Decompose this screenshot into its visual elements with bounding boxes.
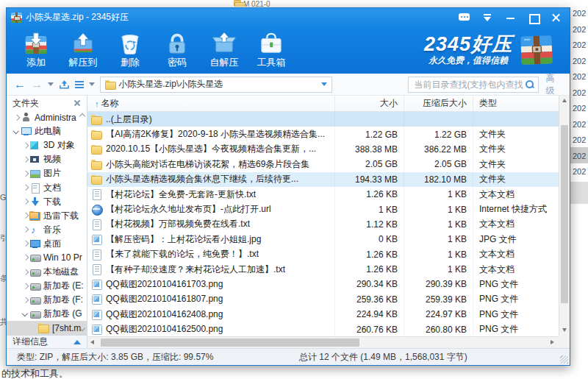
- history-dropdown-icon[interactable]: [48, 82, 54, 86]
- cell-size: 2.05 GB: [335, 157, 404, 171]
- horizontal-scrollbar[interactable]: [87, 336, 559, 348]
- search-input[interactable]: [412, 79, 525, 91]
- list-row[interactable]: QQ截图20210104161807.png259.36 KB259.39 KB…: [87, 292, 559, 307]
- tree-item--[interactable]: 视频: [7, 152, 87, 166]
- chevron-right-icon[interactable]: [21, 170, 29, 177]
- minimize-button[interactable]: [502, 11, 518, 24]
- column-header-name[interactable]: ↑ 名称: [87, 96, 335, 111]
- tree-item--[interactable]: 音乐: [7, 223, 87, 237]
- cell-type: PNG 文件: [473, 277, 559, 291]
- tree-item--[interactable]: 迅雷下载: [7, 209, 87, 223]
- horizontal-scroll-thumb[interactable]: [101, 339, 359, 347]
- vertical-scrollbar[interactable]: [559, 96, 570, 336]
- address-bar[interactable]: 小陈头星选.zip\小陈头星选: [100, 77, 332, 93]
- disk-icon: [29, 281, 40, 291]
- tree-item--7sht-m[interactable]: [7sht.m: [7, 321, 87, 335]
- chevron-down-icon[interactable]: [12, 128, 20, 135]
- png-file-icon: [90, 325, 102, 335]
- chevron-right-icon[interactable]: [21, 226, 29, 233]
- chevron-right-icon[interactable]: [21, 269, 29, 276]
- chevron-right-icon[interactable]: [21, 198, 29, 205]
- folder-file-icon: [90, 130, 102, 140]
- folder-icon: [105, 80, 115, 88]
- search-icon[interactable]: [525, 79, 534, 89]
- list-row[interactable]: 【解压密码】：上村花论坛看小姐姐.jpg0 KB1 KBJPG 文件: [87, 232, 559, 247]
- list-row[interactable]: 2020.10.15【小陈头星选】今夜视频精选合集更新，...388.38 MB…: [87, 142, 559, 157]
- up-folder-icon[interactable]: [59, 79, 70, 90]
- list-row[interactable]: 【来了就能下载的论坛，纯免费！】.txt1.26 KB1 KB文本文档: [87, 247, 559, 262]
- chevron-right-icon[interactable]: [21, 283, 29, 290]
- scroll-down-icon[interactable]: [562, 328, 567, 333]
- tree-item--e-[interactable]: 新加卷 (E:: [7, 279, 87, 293]
- list-row[interactable]: 【村花论坛】全免费-无套路-更新快.txt1.26 KB1 KB文本文档: [87, 187, 559, 202]
- feedback-icon[interactable]: [456, 11, 473, 24]
- resize-grip[interactable]: [560, 355, 568, 364]
- advanced-search-button[interactable]: 高级: [545, 72, 562, 97]
- password-button[interactable]: 密码: [154, 29, 201, 71]
- collapse-toolbar-icon[interactable]: [479, 11, 495, 24]
- close-button[interactable]: [548, 11, 564, 24]
- toolbox-button[interactable]: 工具箱: [248, 29, 295, 71]
- list-row[interactable]: QQ截图20210104162500.png260.76 KB260.80 KB…: [87, 322, 559, 336]
- back-button[interactable]: ←: [14, 79, 26, 91]
- close-sidebar-icon[interactable]: [74, 99, 81, 107]
- chevron-right-icon[interactable]: [21, 142, 29, 149]
- vertical-scroll-thumb[interactable]: [561, 125, 568, 303]
- tree-scroll-up-icon[interactable]: [79, 112, 86, 118]
- chevron-right-icon[interactable]: [21, 254, 29, 261]
- view-mode-icon[interactable]: [75, 81, 84, 88]
- tree-item--f-[interactable]: 新加卷 (F:: [7, 293, 87, 307]
- list-row[interactable]: QQ截图20210104162408.png224.94 KB224.97 KB…: [87, 307, 559, 322]
- tree-item--[interactable]: 下载: [7, 195, 87, 209]
- chevron-right-icon[interactable]: [12, 114, 20, 121]
- chevron-right-icon[interactable]: [21, 212, 29, 219]
- tree-item--[interactable]: 桌面: [7, 237, 87, 251]
- list-row[interactable]: 小陈头高能对话在电梯访谈花絮，精选69条片段合集2.05 GB2.05 GB文件…: [87, 157, 559, 171]
- tree-item-win-10-pr[interactable]: Win 10 Pr: [7, 251, 87, 265]
- chevron-right-icon[interactable]: [21, 156, 29, 163]
- view-dropdown-icon[interactable]: [89, 82, 95, 86]
- cell-name: QQ截图20210104161703.png: [87, 277, 335, 291]
- list-row[interactable]: 小陈头星选精选视频合集休息下继续，后续待更...194.33 MB182.10 …: [87, 172, 559, 187]
- tree-item--[interactable]: 图片: [7, 166, 87, 180]
- maximize-button[interactable]: [525, 11, 541, 24]
- list-row[interactable]: 【有种子却没速度？来村花论坛人工加速】.txt1.26 KB1 KB文本文档: [87, 262, 559, 277]
- details-panel-header[interactable]: 详细信息: [7, 335, 87, 348]
- list-row[interactable]: 【AI高清2K修复】2020-9-18 小陈头星选视频精选合集...1.22 G…: [87, 127, 559, 141]
- chevron-right-icon[interactable]: [21, 297, 29, 304]
- scroll-up-icon[interactable]: [562, 99, 567, 104]
- forward-button[interactable]: →: [31, 79, 43, 91]
- tree-item-3d-[interactable]: 3D 对象: [7, 138, 87, 152]
- add-button[interactable]: 添加: [12, 29, 60, 71]
- column-header-packed-size[interactable]: 压缩后大小: [404, 96, 473, 111]
- background-date-fragment: 202: [573, 152, 586, 160]
- self-extract-button[interactable]: 自解压: [201, 29, 248, 71]
- extract-to-button[interactable]: 解压到: [60, 29, 107, 71]
- chevron-right-icon[interactable]: [21, 184, 29, 191]
- tree-item--[interactable]: 此电脑: [7, 124, 87, 138]
- chevron-right-icon[interactable]: [21, 240, 29, 247]
- tree-item-administra[interactable]: Administra: [7, 110, 87, 124]
- tree-item--[interactable]: 文档: [7, 180, 87, 194]
- cell-packed-size: 1 KB: [404, 202, 473, 216]
- column-header-type[interactable]: 类型: [473, 96, 559, 111]
- scroll-right-icon[interactable]: [551, 340, 556, 345]
- background-filename-fragment: M 021-0: [234, 0, 270, 7]
- address-dropdown-icon[interactable]: [321, 82, 327, 86]
- cell-type: Internet 快捷方式: [473, 202, 559, 216]
- tree-scroll-down-icon[interactable]: [79, 326, 86, 332]
- list-row[interactable]: 【村花论坛永久地址发布页】-点此打开.url1 KB1 KBInternet 快…: [87, 202, 559, 216]
- list-row[interactable]: ..(上层目录): [87, 112, 559, 127]
- collapse-details-icon[interactable]: [74, 340, 81, 344]
- delete-button[interactable]: 删除: [107, 29, 154, 71]
- tree-item--g[interactable]: 新加卷 (G: [7, 307, 87, 321]
- cell-name: 【村花论坛永久地址发布页】-点此打开.url: [87, 202, 335, 216]
- chevron-down-icon[interactable]: [21, 311, 29, 318]
- column-header-size[interactable]: 大小: [335, 96, 404, 111]
- search-box[interactable]: [408, 77, 539, 93]
- picture-icon: [29, 169, 40, 178]
- tree-item--[interactable]: 本地磁盘: [7, 265, 87, 279]
- list-row[interactable]: 【村花视频】万部视频免费在线看.txt1.12 KB1 KB文本文档: [87, 217, 559, 232]
- scroll-left-icon[interactable]: [90, 340, 96, 345]
- list-row[interactable]: QQ截图20210104161703.png290.34 KB290.39 KB…: [87, 277, 559, 291]
